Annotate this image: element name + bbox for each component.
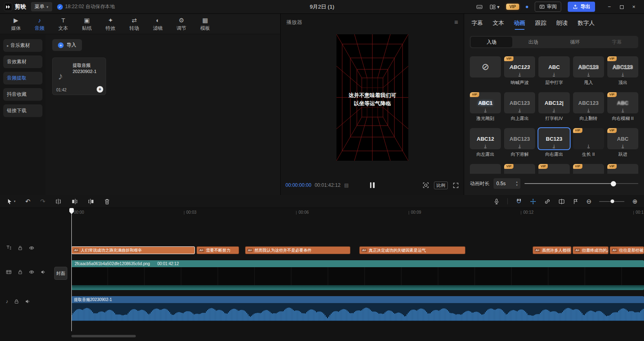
panel-tab-字幕[interactable]: 字幕 xyxy=(471,18,483,29)
video-viewport[interactable]: 这并不意味着我们可 以坐等运气降临 xyxy=(336,34,408,161)
audio-asset-card[interactable]: ♪ 提取音频 20230902-1 01:42 + xyxy=(52,58,106,95)
zoom-in-button[interactable]: ⊕ xyxy=(632,198,637,205)
animation-subtab-循环[interactable]: 循环 xyxy=(554,37,596,47)
animation-preset-向左露出[interactable]: ABC12↓向左露出 xyxy=(470,128,501,157)
lock-icon[interactable] xyxy=(14,299,19,304)
media-tab-媒体[interactable]: ▶媒体 xyxy=(4,16,28,32)
animation-preset-激光雕刻[interactable]: VIPABC1↓激光雕刻 xyxy=(470,92,501,122)
eye-icon[interactable] xyxy=(29,245,35,251)
frame-view-icon[interactable]: ▤ xyxy=(344,182,349,188)
animation-preset[interactable]: VIP xyxy=(607,164,638,174)
animation-preset-跃进[interactable]: VIPABC↓跃进 xyxy=(607,128,638,157)
shortcut-keyboard-icon[interactable] xyxy=(476,4,483,10)
animation-preset[interactable]: VIP xyxy=(504,164,535,174)
delete-left-button[interactable] xyxy=(71,198,78,205)
animation-preset-打字机IV[interactable]: ABC12|↓打字机IV xyxy=(538,92,569,122)
panel-tab-跟踪[interactable]: 跟踪 xyxy=(535,18,547,29)
panel-tab-文本[interactable]: 文本 xyxy=(493,18,504,29)
subtitle-clip[interactable]: A≡然而我认为这些并不是必要条件 xyxy=(245,246,350,254)
lock-icon[interactable] xyxy=(18,269,23,275)
animation-preset-甩入[interactable]: ABC123↓甩入 xyxy=(573,56,604,86)
record-voiceover-button[interactable] xyxy=(494,198,500,205)
sidebar-item-抖音收藏[interactable]: 抖音收藏 xyxy=(3,88,42,101)
minimize-button[interactable]: − xyxy=(603,2,615,11)
layout-switch-icon[interactable]: ▾ xyxy=(489,4,500,10)
panel-tab-朗读[interactable]: 朗读 xyxy=(556,18,568,29)
sidebar-item-音乐素材[interactable]: ▸音乐素材 xyxy=(3,39,42,52)
import-button[interactable]: + 导入 xyxy=(52,39,82,51)
subtitle-clip[interactable]: A≡需要不断努力 xyxy=(197,246,239,254)
panel-tab-数字人[interactable]: 数字人 xyxy=(578,18,595,29)
menu-button[interactable]: 菜单▾ xyxy=(31,2,52,11)
subtitle-clip[interactable]: A≡真正决定成功的关键因素是运气 xyxy=(359,246,465,254)
review-button[interactable]: 审阅 xyxy=(535,2,561,12)
media-tab-特效[interactable]: ✦特效 xyxy=(99,16,122,32)
lock-icon[interactable] xyxy=(18,245,23,251)
animation-preset-向下溶解[interactable]: ABC123↓向下溶解 xyxy=(504,128,535,157)
media-tab-转场[interactable]: ⇄转场 xyxy=(122,16,146,32)
horizontal-scrollbar[interactable] xyxy=(71,335,136,337)
delete-right-button[interactable] xyxy=(88,198,94,205)
sidebar-item-音频提取[interactable]: 音频提取 xyxy=(3,72,42,84)
sidebar-item-音效素材[interactable]: 音效素材 xyxy=(3,55,42,68)
animation-preset-向右模糊 II[interactable]: VIPABC↓向右模糊 II xyxy=(607,92,638,122)
animation-preset-向上露出[interactable]: ABC123↓向上露出 xyxy=(504,92,535,122)
animation-preset-向右露出[interactable]: BC123↓向右露出 xyxy=(538,128,569,157)
undo-button[interactable]: ↶ xyxy=(25,198,31,205)
media-tab-模板[interactable]: ▦模板 xyxy=(193,16,217,32)
player-menu-icon[interactable]: ≡ xyxy=(454,19,458,26)
sidebar-item-链接下载[interactable]: 链接下载 xyxy=(3,104,42,117)
animation-subtab-出场[interactable]: 出场 xyxy=(512,37,554,47)
media-tab-调节[interactable]: ⚙调节 xyxy=(170,16,193,32)
fullscreen-icon[interactable] xyxy=(453,182,459,188)
pause-button[interactable] xyxy=(370,182,374,188)
panel-tab-动画[interactable]: 动画 xyxy=(514,18,525,29)
animation-preset-none[interactable]: ⊘ xyxy=(470,56,501,86)
timeline-zoom-slider[interactable] xyxy=(599,199,624,204)
audio-clip[interactable]: 提取音频20230902-1 xyxy=(71,296,644,321)
subtitle-clip[interactable]: A≡虽然许多人都很努力 xyxy=(533,246,571,254)
maximize-button[interactable] xyxy=(615,2,628,11)
add-to-timeline-button[interactable]: + xyxy=(97,86,103,93)
animation-subtab-字幕[interactable]: 字幕 xyxy=(596,37,637,47)
subtitle-clip[interactable]: A≡但最终成功的人 xyxy=(573,246,609,254)
video-clip[interactable]: 2fcaacb5a061b4a502dfe1208635c6d.png 00:0… xyxy=(71,260,644,290)
timeline-ruler[interactable]: 00:0000:0300:0600:0900:1200:1 xyxy=(71,208,644,217)
zoom-slider-handle[interactable] xyxy=(611,199,614,203)
media-tab-贴纸[interactable]: ▣贴纸 xyxy=(75,16,99,32)
auto-snap-toggle[interactable] xyxy=(530,198,536,205)
duration-stepper[interactable]: 0.5s ▴▾ xyxy=(494,178,520,189)
media-tab-音频[interactable]: ♪音频 xyxy=(28,16,51,32)
split-button[interactable] xyxy=(55,198,62,205)
delete-button[interactable] xyxy=(104,198,110,205)
vip-badge[interactable]: VIP xyxy=(506,4,519,10)
redo-button[interactable]: ↷ xyxy=(40,198,46,205)
animation-preset-生长 II[interactable]: VIP↓生长 II xyxy=(573,128,604,157)
eye-icon[interactable] xyxy=(29,269,35,275)
focus-icon[interactable] xyxy=(423,182,429,188)
speaker-icon[interactable] xyxy=(40,269,46,275)
animation-preset-呐喊声波[interactable]: VIPABC123↓呐喊声波 xyxy=(504,56,535,86)
animation-preset[interactable] xyxy=(470,164,501,174)
stepper-arrows-icon[interactable]: ▴▾ xyxy=(516,180,518,187)
animation-preset[interactable]: VIP xyxy=(538,164,569,174)
mark-flag-button[interactable] xyxy=(573,198,579,205)
linkage-toggle[interactable] xyxy=(544,198,551,205)
slider-handle[interactable] xyxy=(611,181,616,186)
animation-preset-顶出[interactable]: VIPABC123↓顶出 xyxy=(607,56,638,86)
speaker-icon[interactable] xyxy=(25,299,31,304)
export-button[interactable]: 导出 xyxy=(568,2,595,12)
animation-preset[interactable]: VIP xyxy=(573,164,604,174)
duration-slider[interactable] xyxy=(524,181,638,187)
media-tab-文本[interactable]: T文本 xyxy=(51,16,75,32)
preview-axis-toggle[interactable] xyxy=(558,198,565,205)
animation-preset-向上翻转[interactable]: ABC123↓向上翻转 xyxy=(573,92,604,122)
animation-subtab-入场[interactable]: 入场 xyxy=(471,37,512,47)
subtitle-clip[interactable]: A≡往往是那些被幸运之神眷顾的人 xyxy=(610,246,644,254)
subtitle-clip[interactable]: A≡人们常说成功之路充满曲折和艰辛 xyxy=(71,246,195,254)
close-button[interactable]: × xyxy=(628,2,640,11)
aspect-ratio-button[interactable]: 比例 xyxy=(434,182,448,189)
zoom-out-button[interactable]: ⊖ xyxy=(586,198,592,205)
cover-button[interactable]: 封面 xyxy=(54,267,67,280)
animation-preset-层中打字[interactable]: ABC↓层中打字 xyxy=(538,56,569,86)
